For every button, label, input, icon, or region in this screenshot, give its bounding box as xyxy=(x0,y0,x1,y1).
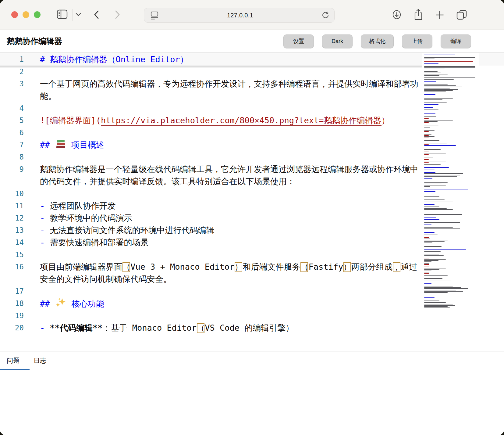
minimap-row xyxy=(424,225,431,225)
forward-icon[interactable] xyxy=(114,10,121,19)
minimap-row xyxy=(424,182,448,183)
minimap-row xyxy=(424,168,475,169)
tab-problems[interactable]: 问题 xyxy=(7,356,20,365)
settings-button[interactable]: 设置 xyxy=(283,34,314,48)
sidebar-icon[interactable] xyxy=(57,9,68,20)
minimap-row xyxy=(424,70,475,70)
minimap-row xyxy=(424,223,475,224)
minimap-row xyxy=(424,246,442,247)
minimap-row xyxy=(424,194,461,194)
markdown-link[interactable]: https://via.placeholder.com/800×450.png?… xyxy=(101,116,382,126)
minimap-row xyxy=(424,261,431,262)
minimap-row xyxy=(424,236,475,237)
format-button[interactable]: 格式化 xyxy=(361,34,394,48)
minimap-row xyxy=(424,297,435,298)
minimap-row xyxy=(424,185,446,185)
minimap-row xyxy=(424,291,463,292)
line-number: 7 xyxy=(0,139,24,151)
minimap-row xyxy=(424,212,435,212)
minimap-row xyxy=(424,75,439,76)
minimap-row xyxy=(424,63,438,64)
code-segment: 项目由前端编辑器界面 xyxy=(40,262,122,271)
code-segment: 项目概述 xyxy=(66,140,104,149)
chevron-down-icon[interactable] xyxy=(76,13,81,16)
toolbar-divider xyxy=(72,9,73,21)
minimize-window-button[interactable] xyxy=(23,11,29,18)
tab-overview-icon[interactable] xyxy=(456,9,467,20)
minimap-row xyxy=(424,83,475,83)
minimap-row xyxy=(424,232,435,233)
minimap-row xyxy=(424,135,429,136)
code-segment: **代码编辑** xyxy=(50,323,103,333)
minimap-row xyxy=(424,304,453,304)
sparkles-emoji xyxy=(55,297,66,308)
minimap-row xyxy=(424,132,475,133)
minimap-row xyxy=(424,278,442,279)
code-segment: 通过 xyxy=(401,262,417,271)
minimap-row xyxy=(424,170,435,170)
code-segment: 需要快速编辑和部署的场景 xyxy=(50,238,149,247)
share-icon[interactable] xyxy=(413,9,424,21)
new-tab-icon[interactable] xyxy=(435,10,444,20)
minimap-row xyxy=(424,240,448,240)
bottom-tabs: 问题 日志 xyxy=(0,351,504,365)
minimap-row xyxy=(424,233,475,234)
minimap-row xyxy=(424,171,475,171)
zoom-window-button[interactable] xyxy=(34,11,41,18)
line-number: 5 xyxy=(0,114,24,127)
line-number: 6 xyxy=(0,127,24,139)
minimap-row xyxy=(424,239,430,239)
tab-logs[interactable]: 日志 xyxy=(34,356,46,365)
minimap-row xyxy=(424,152,429,152)
minimap-row xyxy=(424,61,473,62)
reload-icon[interactable] xyxy=(321,11,329,20)
minimap-row xyxy=(424,255,444,256)
minimap-row xyxy=(424,73,441,73)
minimap-row xyxy=(424,208,447,209)
minimap-row xyxy=(424,159,429,160)
line-number: 3 xyxy=(0,78,24,90)
dark-mode-button[interactable]: Dark xyxy=(322,34,353,48)
minimap-row xyxy=(424,214,462,215)
code-segment: VS Code 的编辑引擎） xyxy=(205,323,294,333)
bottom-panel: 问题 日志 xyxy=(0,351,504,435)
minimap-row xyxy=(424,282,475,282)
minimap[interactable] xyxy=(422,53,479,351)
code-editor[interactable]: 1# 鹅鹅协作编辑器（Online Editor）23一个基于网页的高效代码编辑… xyxy=(0,53,504,351)
minimap-row xyxy=(424,305,455,306)
minimap-row xyxy=(424,217,436,217)
minimap-row xyxy=(424,228,460,229)
minimap-row xyxy=(424,219,439,220)
upload-button[interactable]: 上传 xyxy=(402,34,432,48)
code-segment: 安全的文件访问机制确保代码安全。 xyxy=(40,274,172,284)
address-bar[interactable]: 127.0.0.1 xyxy=(144,8,335,23)
compile-button[interactable]: 编译 xyxy=(441,34,471,48)
page-icon[interactable] xyxy=(150,11,159,20)
downloads-icon[interactable] xyxy=(392,10,402,20)
minimap-row xyxy=(424,293,475,294)
screen: 127.0.0.1 xyxy=(0,0,504,435)
line-number: 15 xyxy=(0,249,24,261)
close-window-button[interactable] xyxy=(11,11,18,18)
minimap-row xyxy=(424,99,442,100)
minimap-row xyxy=(424,158,475,159)
browser-toolbar: 127.0.0.1 xyxy=(0,0,504,30)
minimap-row xyxy=(424,130,435,131)
minimap-row xyxy=(424,277,475,278)
minimap-row xyxy=(424,258,429,258)
minimap-row xyxy=(424,243,432,243)
minimap-row xyxy=(424,245,475,246)
minimap-row xyxy=(424,102,447,102)
minimap-row xyxy=(424,142,475,142)
back-icon[interactable] xyxy=(93,10,100,19)
minimap-row xyxy=(424,149,441,150)
minimap-row xyxy=(424,307,450,308)
minimap-row xyxy=(424,173,463,174)
minimap-row xyxy=(424,62,475,63)
minimap-row xyxy=(424,222,460,223)
minimap-row xyxy=(424,167,449,168)
code-segment: ## xyxy=(40,140,55,149)
minimap-row xyxy=(424,188,475,188)
minimap-row xyxy=(424,55,455,55)
code-segment: 鹅鹅协作编辑器是一个轻量级在线代码编辑工具，它允许开发者通过浏览器远程编辑服务器… xyxy=(40,164,418,174)
